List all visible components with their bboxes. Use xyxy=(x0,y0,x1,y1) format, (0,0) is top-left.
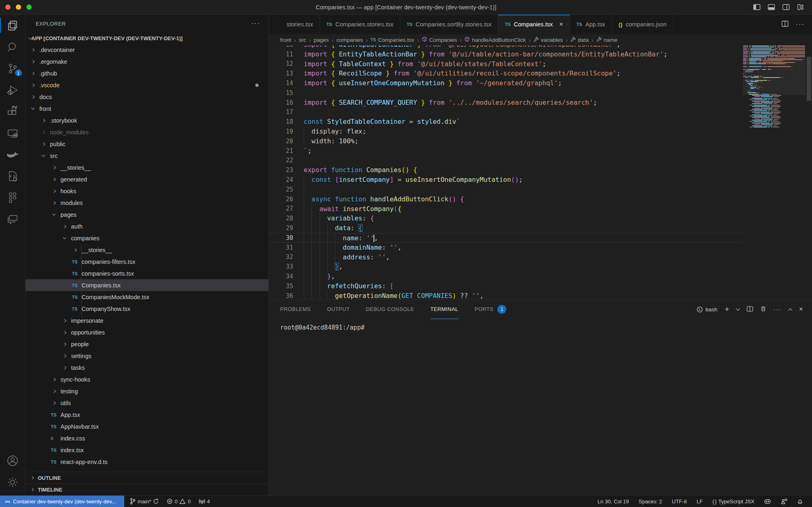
tree-folder-node-modules[interactable]: node_modules xyxy=(26,126,268,138)
eol[interactable]: LF xyxy=(693,498,706,505)
close-window-button[interactable] xyxy=(5,4,11,10)
tree-folder-tasks[interactable]: tasks xyxy=(26,362,268,373)
more-actions-icon[interactable]: ··· xyxy=(796,21,805,28)
breadcrumb-pages[interactable]: pages xyxy=(314,37,329,43)
code-line-27[interactable]: 27 await insertCompany({ xyxy=(269,204,743,214)
activity-docker[interactable] xyxy=(0,144,26,165)
breadcrumb-handleaddbuttonclick[interactable]: handleAddButtonClick xyxy=(464,37,526,43)
tree-folder-hooks[interactable]: hooks xyxy=(26,185,268,197)
toggle-panel-icon[interactable] xyxy=(767,4,775,11)
tree-folder-pages[interactable]: pages xyxy=(26,209,268,220)
git-branch-item[interactable]: main* xyxy=(127,498,162,505)
code-line-25[interactable]: 25 xyxy=(269,185,743,194)
activity-explorer[interactable] xyxy=(0,15,26,36)
encoding[interactable]: UTF-8 xyxy=(669,498,690,505)
tree-file-companyshow.tsx[interactable]: TSCompanyShow.tsx xyxy=(26,303,268,315)
tab-companies.json[interactable]: {}companies.json xyxy=(612,15,674,34)
panel-more-icon[interactable]: ··· xyxy=(773,306,782,313)
tree-file-companies-sorts.tsx[interactable]: TScompanies-sorts.tsx xyxy=(26,268,268,279)
code-line-15[interactable]: 15 xyxy=(269,88,743,98)
code-line-35[interactable]: 35 refetchQueries: [ xyxy=(269,281,743,291)
breadcrumb-companies[interactable]: companies xyxy=(337,37,363,43)
tab-companies.stories.tsx[interactable]: TSCompanies.stories.tsx xyxy=(320,15,400,34)
code-line-18[interactable]: 18const StyledTableContainer = styled.di… xyxy=(269,117,743,127)
code-line-30[interactable]: 30 name: '', xyxy=(269,233,743,243)
code-line-21[interactable]: 21`; xyxy=(269,146,743,156)
panel-tab-terminal[interactable]: TERMINAL xyxy=(430,300,458,319)
code-line-28[interactable]: 28 variables: { xyxy=(269,214,743,223)
tree-folder--stories-[interactable]: __stories__ xyxy=(26,162,268,173)
code-line-36[interactable]: 36 getOperationName(GET_COMPANIES) ?? ''… xyxy=(269,291,743,299)
split-editor-icon[interactable] xyxy=(782,21,788,28)
code-line-22[interactable]: 22 xyxy=(269,156,743,166)
customize-layout-icon[interactable] xyxy=(797,4,805,11)
close-panel-icon[interactable]: × xyxy=(799,305,803,313)
activity-manage[interactable] xyxy=(0,471,26,493)
section-outline[interactable]: OUTLINE xyxy=(26,472,268,483)
code-line-17[interactable]: 17 xyxy=(269,108,743,117)
terminal-instance[interactable]: bash xyxy=(697,306,717,313)
minimap-viewport[interactable] xyxy=(743,58,806,95)
tree-folder-settings[interactable]: settings xyxy=(26,350,268,362)
scrollbar-thumb[interactable] xyxy=(807,57,811,101)
activity-accounts[interactable] xyxy=(0,450,26,471)
section-timeline[interactable]: TIMELINE xyxy=(26,483,268,495)
tree-folder-src[interactable]: src xyxy=(26,150,268,162)
tree-folder-testing[interactable]: testing xyxy=(26,385,268,397)
tree-folder-generated[interactable]: generated xyxy=(26,173,268,185)
tree-folder--stories-[interactable]: __stories__ xyxy=(26,244,268,256)
notifications-bell-icon[interactable] xyxy=(794,498,806,505)
toggle-sidebar-icon[interactable] xyxy=(753,4,761,11)
breadcrumb-variables[interactable]: variables xyxy=(533,37,563,43)
breadcrumb-front[interactable]: front xyxy=(280,37,291,43)
tree-folder-.devcontainer[interactable]: .devcontainer xyxy=(26,44,268,56)
code-line-33[interactable]: 33 }, xyxy=(269,262,743,272)
panel-tab-debug-console[interactable]: DEBUG CONSOLE xyxy=(366,300,414,319)
tab-companies.sortby.stories.tsx[interactable]: TSCompanies.sortBy.stories.tsx xyxy=(400,15,499,34)
tree-folder-companies[interactable]: companies xyxy=(26,232,268,244)
split-terminal-icon[interactable] xyxy=(747,306,753,313)
forwarded-ports-item[interactable]: 4 xyxy=(196,498,213,505)
tree-folder-utils[interactable]: utils xyxy=(26,397,268,409)
tree-folder-.ergomake[interactable]: .ergomake xyxy=(26,56,268,67)
tree-file-react-app-env.d.ts[interactable]: TSreact-app-env.d.ts xyxy=(26,456,268,468)
problems-item[interactable]: 0 0 xyxy=(164,498,194,505)
tree-folder-docs[interactable]: docs xyxy=(26,91,268,103)
code-line-14[interactable]: 14import { useInsertOneCompanyMutation }… xyxy=(269,78,743,88)
tree-file-companies.tsx[interactable]: TSCompanies.tsx xyxy=(26,279,268,291)
minimap[interactable] xyxy=(743,45,806,299)
breadcrumb-src[interactable]: src xyxy=(299,37,306,43)
tree-folder-public[interactable]: public xyxy=(26,138,268,150)
explorer-more-actions-icon[interactable]: ··· xyxy=(251,20,260,27)
toggle-secondary-sidebar-icon[interactable] xyxy=(782,4,790,11)
tree-folder-front[interactable]: front xyxy=(26,103,268,114)
code-line-23[interactable]: 23export function Companies() { xyxy=(269,165,743,175)
terminal-dropdown-icon[interactable] xyxy=(736,306,740,311)
tree-file-app.tsx[interactable]: TSApp.tsx xyxy=(26,409,268,421)
tab-app.tsx[interactable]: TSApp.tsx xyxy=(570,15,612,34)
code-line-12[interactable]: 12import { TableContext } from '@/ui/tab… xyxy=(269,59,743,69)
code-line-10[interactable]: 10import { WithTopBarContainer } from '@… xyxy=(269,45,743,50)
tab-stories.tsx[interactable]: stories.tsx xyxy=(269,15,320,34)
tree-folder-people[interactable]: people xyxy=(26,338,268,350)
tree-folder-opportunities[interactable]: opportunities xyxy=(26,326,268,338)
terminal-output[interactable]: root@0a42ecd84891:/app# xyxy=(269,319,812,495)
breadcrumb-companies.tsx[interactable]: TSCompanies.tsx xyxy=(371,37,414,43)
activity-codegen[interactable] xyxy=(0,165,26,187)
activity-circles-extension[interactable] xyxy=(0,187,26,208)
activity-extensions[interactable] xyxy=(0,101,26,122)
code-editor[interactable]: 10import { WithTopBarContainer } from '@… xyxy=(269,45,812,299)
tree-folder-.vscode[interactable]: .vscode xyxy=(26,79,268,91)
activity-comments[interactable] xyxy=(0,208,26,230)
tree-file-companies-filters.tsx[interactable]: TScompanies-filters.tsx xyxy=(26,256,268,268)
code-line-26[interactable]: 26 async function handleAddButtonClick()… xyxy=(269,194,743,204)
indentation[interactable]: Spaces: 2 xyxy=(635,498,665,505)
tree-file-index.tsx[interactable]: TSindex.tsx xyxy=(26,444,268,456)
maximize-panel-icon[interactable] xyxy=(788,308,793,312)
activity-run-debug[interactable] xyxy=(0,79,26,101)
code-line-20[interactable]: 20 width: 100%; xyxy=(269,136,743,146)
code-line-24[interactable]: 24 const [insertCompany] = useInsertOneC… xyxy=(269,175,743,185)
language-mode[interactable]: { } TypeScript JSX xyxy=(709,498,758,505)
feedback-icon[interactable] xyxy=(777,498,790,505)
tree-file-index.css[interactable]: #index.css xyxy=(26,432,268,444)
